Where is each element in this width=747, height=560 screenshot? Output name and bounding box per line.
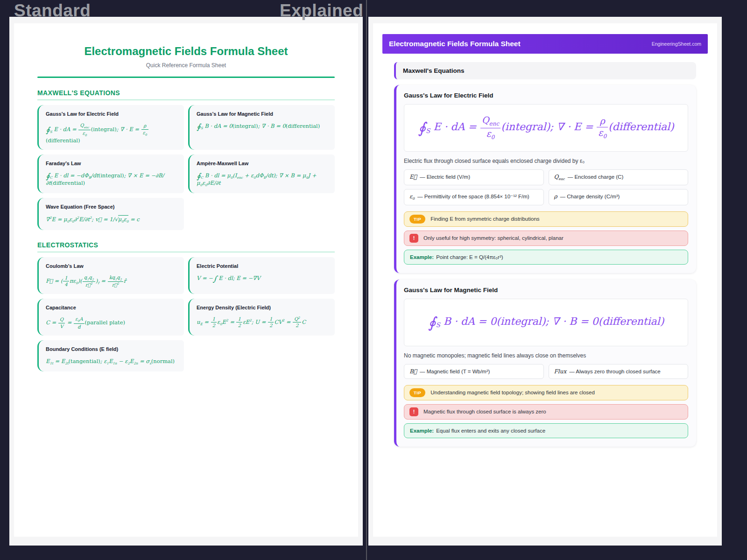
explained-cards: Gauss's Law for Electric Field ∮S E · dA… bbox=[373, 85, 717, 447]
standard-panel: Electromagnetic Fields Formula Sheet Qui… bbox=[9, 17, 363, 546]
formula-card-title: Boundary Conditions (E field) bbox=[46, 346, 177, 352]
equation: ∮S E · dA = Qencε0(integral); ∇ · E = ρε… bbox=[418, 115, 674, 140]
explained-panel: Electromagnetic Fields Formula Sheet Eng… bbox=[368, 17, 722, 546]
formula-expression: ∮S B · dA = 0(integral); ∇ · B = 0(diffe… bbox=[197, 123, 328, 130]
variable-symbol: Qenc bbox=[554, 174, 565, 181]
variable-meaning: — Charge density (C/m³) bbox=[560, 194, 620, 199]
formula-card: Gauss's Law for Electric Field ∮S E · dA… bbox=[37, 105, 184, 150]
formula-sections: MAXWELL'S EQUATIONS Gauss's Law for Elec… bbox=[14, 89, 358, 371]
formula-card-title: Capacitance bbox=[46, 305, 177, 310]
variable-grid: B⃗ — Magnetic field (T = Wb/m²) Flux — A… bbox=[404, 364, 688, 379]
example-label: Example: bbox=[410, 428, 434, 434]
formula-expression: C = QV = ε0Ad(parallel plate) bbox=[46, 316, 177, 329]
formula-card: Ampère-Maxwell Law ∮C B · dl = μ0(Ienc +… bbox=[188, 154, 335, 194]
formula-card-title: Wave Equation (Free Space) bbox=[46, 204, 177, 210]
variable-box: Flux — Always zero through closed surfac… bbox=[549, 364, 689, 379]
formula-card-title: Coulomb's Law bbox=[46, 263, 177, 269]
variable-box: ε0 — Permittivity of free space (8.854× … bbox=[404, 189, 544, 205]
formula-card: Boundary Conditions (E field) E1t = E2t(… bbox=[37, 340, 184, 371]
warning-icon: ! bbox=[409, 234, 418, 243]
warning-text: Only useful for high symmetry: spherical… bbox=[423, 235, 564, 241]
tip-text: Finding E from symmetric charge distribu… bbox=[430, 216, 539, 222]
tip-note: TIP Finding E from symmetric charge dist… bbox=[404, 211, 688, 227]
formula-card: Capacitance C = QV = ε0Ad(parallel plate… bbox=[37, 299, 184, 336]
formula-card: Gauss's Law for Magnetic Field ∮S B · dA… bbox=[188, 105, 335, 150]
variable-meaning: — Electric field (V/m) bbox=[420, 174, 470, 180]
formula-expression: F⃗ = (14πε0)(q1q2r⃗2)r̂ = kq1q2r⃗2r̂ bbox=[46, 275, 177, 288]
variable-meaning: — Permittivity of free space (8.854× 10⁻… bbox=[417, 193, 529, 200]
warning-note: ! Only useful for high symmetry: spheric… bbox=[404, 231, 688, 246]
sheet-title: Electromagnetic Fields Formula Sheet bbox=[37, 45, 335, 58]
explained-card-title: Gauss's Law for Magnetic Field bbox=[404, 287, 688, 294]
formula-card-title: Energy Density (Electric Field) bbox=[197, 305, 328, 310]
formula-expression: E1t = E2t(tangential); ε1E1n − ε2E2n = σ… bbox=[46, 358, 177, 365]
formula-expression: V = −∫ E · dl; E = −∇V bbox=[197, 275, 328, 282]
purple-header: Electromagnetic Fields Formula Sheet Eng… bbox=[382, 34, 708, 54]
formula-card: Coulomb's Law F⃗ = (14πε0)(q1q2r⃗2)r̂ = … bbox=[37, 257, 184, 294]
formula-expression: ∮S E · dA = Qencε0(integral); ∇ · E = ρε… bbox=[46, 123, 177, 144]
panel-label-standard: Standard bbox=[14, 1, 91, 21]
card-description: Electric flux through closed surface equ… bbox=[404, 158, 688, 164]
variable-meaning: — Magnetic field (T = Wb/m²) bbox=[420, 369, 490, 374]
variable-symbol: ρ bbox=[554, 193, 557, 200]
formula-expression: ∮C B · dl = μ0(Ienc + ε0dΦE/dt); ∇ × B =… bbox=[197, 172, 328, 188]
formula-card-title: Electric Potential bbox=[197, 263, 328, 269]
variable-meaning: — Enclosed charge (C) bbox=[568, 174, 624, 180]
variable-symbol: B⃗ bbox=[409, 368, 417, 375]
equation-box: ∮S B · dA = 0(integral); ∇ · B = 0(diffe… bbox=[404, 299, 688, 346]
equation-box: ∮S E · dA = Qencε0(integral); ∇ · E = ρε… bbox=[404, 104, 688, 152]
variable-symbol: E⃗ bbox=[409, 174, 417, 180]
formula-card-title: Faraday's Law bbox=[46, 161, 177, 166]
variable-box: B⃗ — Magnetic field (T = Wb/m²) bbox=[404, 364, 544, 379]
explained-page: Electromagnetic Fields Formula Sheet Eng… bbox=[373, 23, 717, 537]
warning-text: Magnetic flux through closed surface is … bbox=[423, 409, 546, 414]
variable-box: Qenc — Enclosed charge (C) bbox=[549, 169, 689, 185]
example-text: Point charge: E = Q/(4πε₀r²) bbox=[436, 254, 503, 260]
card-description: No magnetic monopoles; magnetic field li… bbox=[404, 352, 688, 359]
warning-icon: ! bbox=[409, 407, 418, 416]
variable-meaning: — Always zero through closed surface bbox=[569, 369, 661, 374]
explained-card: Gauss's Law for Electric Field ∮S E · dA… bbox=[394, 85, 696, 273]
panel-label-explained: Explained bbox=[280, 1, 363, 21]
variable-grid: E⃗ — Electric field (V/m) Qenc — Enclose… bbox=[404, 169, 688, 205]
header-brand: EngineeringSheet.com bbox=[652, 41, 701, 47]
sheet-subtitle: Quick Reference Formula Sheet bbox=[14, 62, 358, 69]
formula-grid: Gauss's Law for Electric Field ∮S E · dA… bbox=[37, 105, 335, 230]
example-note: Example: Equal flux enters and exits any… bbox=[404, 423, 688, 438]
tip-badge: TIP bbox=[409, 388, 425, 397]
warning-note: ! Magnetic flux through closed surface i… bbox=[404, 404, 688, 420]
formula-expression: uE = 12ε0E2 = 12εE2; U = 12CV2 = Q22C bbox=[197, 316, 328, 329]
section-heading: MAXWELL'S EQUATIONS bbox=[37, 89, 335, 100]
tip-badge: TIP bbox=[409, 215, 425, 224]
formula-card-title: Ampère-Maxwell Law bbox=[197, 161, 328, 166]
standard-page: Electromagnetic Fields Formula Sheet Qui… bbox=[14, 23, 358, 537]
variable-symbol: ε0 bbox=[409, 193, 415, 201]
formula-grid: Coulomb's Law F⃗ = (14πε0)(q1q2r⃗2)r̂ = … bbox=[37, 257, 335, 372]
explained-card-title: Gauss's Law for Electric Field bbox=[404, 92, 688, 99]
formula-expression: ∮C E · dl = −dΦB/dt(integral); ∇ × E = −… bbox=[46, 172, 177, 186]
header-title: Electromagnetic Fields Formula Sheet bbox=[389, 40, 521, 48]
tip-note: TIP Understanding magnetic field topolog… bbox=[404, 385, 688, 400]
formula-expression: ∇2E = μ0ε0∂2E/∂t2; v⃗ = 1/√μ0ε0 = c bbox=[46, 216, 177, 224]
example-note: Example: Point charge: E = Q/(4πε₀r²) bbox=[404, 250, 688, 265]
variable-box: E⃗ — Electric field (V/m) bbox=[404, 169, 544, 185]
example-text: Equal flux enters and exits any closed s… bbox=[436, 428, 545, 434]
example-label: Example: bbox=[410, 254, 434, 260]
title-rule bbox=[37, 77, 335, 78]
formula-card-title: Gauss's Law for Magnetic Field bbox=[197, 111, 328, 117]
formula-card: Electric Potential V = −∫ E · dl; E = −∇… bbox=[188, 257, 335, 294]
formula-card: Faraday's Law ∮C E · dl = −dΦB/dt(integr… bbox=[37, 154, 184, 194]
formula-card-title: Gauss's Law for Electric Field bbox=[46, 111, 177, 117]
formula-card: Energy Density (Electric Field) uE = 12ε… bbox=[188, 299, 335, 336]
variable-box: ρ — Charge density (C/m³) bbox=[549, 189, 689, 205]
variable-symbol: Flux bbox=[554, 368, 567, 375]
formula-card: Wave Equation (Free Space) ∇2E = μ0ε0∂2E… bbox=[37, 198, 184, 230]
formula-section: MAXWELL'S EQUATIONS Gauss's Law for Elec… bbox=[14, 89, 358, 230]
section-heading: ELECTROSTATICS bbox=[37, 241, 335, 252]
panel-divider bbox=[366, 0, 367, 560]
equation: ∮S B · dA = 0(integral); ∇ · B = 0(diffe… bbox=[428, 315, 664, 329]
section-chip: Maxwell's Equations bbox=[394, 62, 696, 79]
tip-text: Understanding magnetic field topology; s… bbox=[430, 390, 595, 395]
explained-card: Gauss's Law for Magnetic Field ∮S B · dA… bbox=[394, 280, 696, 447]
formula-section: ELECTROSTATICS Coulomb's Law F⃗ = (14πε0… bbox=[14, 241, 358, 372]
